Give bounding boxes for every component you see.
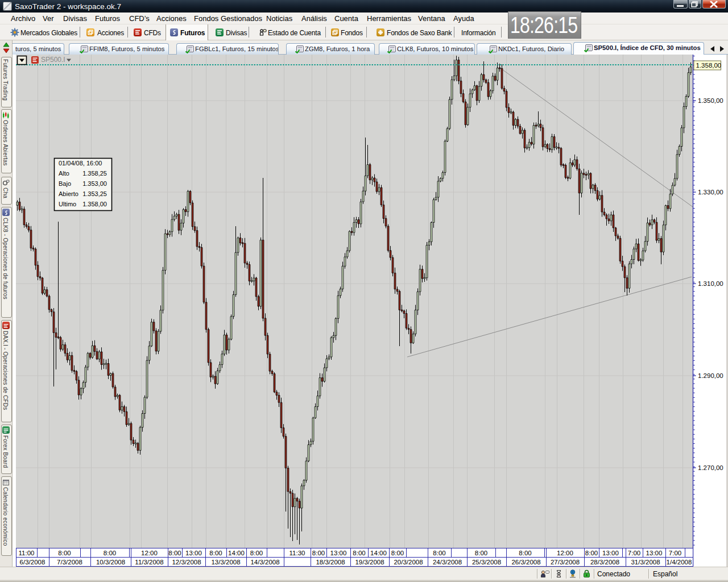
svg-text:27/3/2008: 27/3/2008 (551, 559, 580, 566)
svg-text:14:00: 14:00 (370, 550, 387, 556)
svg-text:12/3/2008: 12/3/2008 (172, 559, 201, 566)
svg-text:11/3/2008: 11/3/2008 (135, 559, 163, 566)
svg-text:1.290,00: 1.290,00 (698, 372, 723, 379)
svg-text:8:00: 8:00 (250, 550, 263, 556)
svg-text:1.353,00: 1.353,00 (82, 180, 107, 187)
svg-text:24/3/2008: 24/3/2008 (433, 559, 462, 566)
svg-text:Bajo: Bajo (59, 180, 71, 187)
svg-text:28/3/2008: 28/3/2008 (590, 559, 619, 566)
svg-text:8:00: 8:00 (353, 550, 365, 556)
svg-text:8:00: 8:00 (585, 550, 598, 556)
svg-text:Ultimo: Ultimo (59, 201, 76, 207)
svg-text:13:00: 13:00 (330, 550, 347, 556)
svg-text:8:00: 8:00 (475, 550, 487, 556)
svg-text:1.353,25: 1.353,25 (82, 190, 107, 197)
svg-text:1.270,00: 1.270,00 (698, 464, 723, 471)
svg-text:8:00: 8:00 (104, 550, 116, 556)
svg-text:6/3/2008: 6/3/2008 (20, 559, 46, 566)
svg-text:1.358,00: 1.358,00 (82, 201, 107, 207)
svg-text:7/3/2008: 7/3/2008 (57, 559, 82, 566)
svg-text:12:00: 12:00 (557, 550, 573, 556)
svg-text:26/3/2008: 26/3/2008 (511, 559, 540, 566)
svg-text:8:00: 8:00 (58, 550, 71, 556)
svg-text:8:00: 8:00 (519, 550, 531, 556)
svg-text:20/3/2008: 20/3/2008 (394, 559, 423, 566)
svg-text:SP500.I: SP500.I (41, 56, 65, 64)
svg-text:19/3/2008: 19/3/2008 (355, 559, 384, 566)
svg-text:1.310,00: 1.310,00 (698, 280, 723, 287)
svg-text:8:00: 8:00 (312, 550, 325, 556)
svg-text:12:00: 12:00 (141, 550, 158, 556)
svg-text:25/3/2008: 25/3/2008 (472, 559, 501, 566)
svg-text:01/04/08, 16:00: 01/04/08, 16:00 (59, 160, 102, 167)
svg-text:1/4/2008: 1/4/2008 (667, 559, 692, 566)
svg-text:1.358,25: 1.358,25 (82, 170, 107, 177)
svg-text:13/3/2008: 13/3/2008 (211, 559, 240, 566)
svg-text:13:00: 13:00 (185, 550, 202, 556)
svg-text:8:00: 8:00 (433, 550, 445, 556)
svg-text:Alto: Alto (59, 170, 69, 177)
svg-text:11:30: 11:30 (289, 550, 305, 556)
svg-text:11:00: 11:00 (19, 550, 35, 556)
svg-text:8:00: 8:00 (209, 550, 222, 556)
svg-text:18/3/2008: 18/3/2008 (316, 559, 345, 566)
svg-text:7:00: 7:00 (669, 550, 681, 556)
svg-text:14:00: 14:00 (228, 550, 245, 556)
svg-text:8:00: 8:00 (168, 550, 181, 556)
svg-text:1.358,00: 1.358,00 (696, 62, 722, 69)
svg-text:10/3/2008: 10/3/2008 (96, 559, 125, 566)
svg-text:14/3/2008: 14/3/2008 (250, 559, 279, 566)
svg-text:Abierto: Abierto (59, 190, 78, 197)
svg-text:1.350,00: 1.350,00 (698, 97, 723, 104)
svg-text:7:00: 7:00 (628, 550, 640, 556)
svg-text:31/3/2008: 31/3/2008 (631, 559, 660, 566)
svg-text:1.330,00: 1.330,00 (698, 189, 723, 196)
svg-text:13:00: 13:00 (602, 550, 619, 556)
svg-text:13:00: 13:00 (646, 550, 663, 556)
svg-text:8:00: 8:00 (391, 550, 404, 556)
